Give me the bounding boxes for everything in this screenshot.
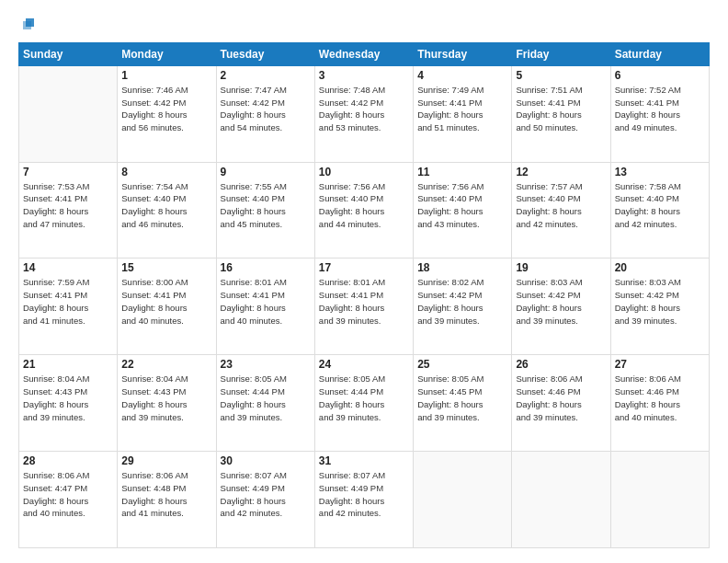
calendar-cell: 18Sunrise: 8:02 AM Sunset: 4:42 PM Dayli… xyxy=(414,259,512,355)
calendar-cell: 6Sunrise: 7:52 AM Sunset: 4:41 PM Daylig… xyxy=(610,65,709,162)
calendar-cell: 28Sunrise: 8:06 AM Sunset: 4:47 PM Dayli… xyxy=(19,452,118,548)
day-info: Sunrise: 8:01 AM Sunset: 4:41 PM Dayligh… xyxy=(319,276,409,327)
page: SundayMondayTuesdayWednesdayThursdayFrid… xyxy=(0,0,728,563)
day-info: Sunrise: 7:57 AM Sunset: 4:40 PM Dayligh… xyxy=(516,180,606,231)
calendar-table: SundayMondayTuesdayWednesdayThursdayFrid… xyxy=(18,42,710,548)
day-number: 29 xyxy=(121,454,211,467)
day-info: Sunrise: 8:03 AM Sunset: 4:42 PM Dayligh… xyxy=(615,276,705,327)
day-info: Sunrise: 8:06 AM Sunset: 4:48 PM Dayligh… xyxy=(121,469,211,520)
col-header-sunday: Sunday xyxy=(19,42,118,65)
day-number: 15 xyxy=(121,261,211,274)
day-info: Sunrise: 7:56 AM Sunset: 4:40 PM Dayligh… xyxy=(417,180,507,231)
day-info: Sunrise: 7:52 AM Sunset: 4:41 PM Dayligh… xyxy=(615,84,705,134)
day-number: 22 xyxy=(121,358,211,371)
calendar-cell: 26Sunrise: 8:06 AM Sunset: 4:46 PM Dayli… xyxy=(512,355,610,452)
day-info: Sunrise: 8:02 AM Sunset: 4:42 PM Dayligh… xyxy=(417,276,507,327)
calendar-week-4: 28Sunrise: 8:06 AM Sunset: 4:47 PM Dayli… xyxy=(19,452,710,548)
calendar-cell: 2Sunrise: 7:47 AM Sunset: 4:42 PM Daylig… xyxy=(216,65,314,162)
day-info: Sunrise: 8:06 AM Sunset: 4:46 PM Dayligh… xyxy=(615,373,705,423)
day-info: Sunrise: 7:54 AM Sunset: 4:40 PM Dayligh… xyxy=(121,180,211,231)
day-number: 4 xyxy=(417,69,507,82)
calendar-cell: 5Sunrise: 7:51 AM Sunset: 4:41 PM Daylig… xyxy=(512,65,610,162)
svg-marker-1 xyxy=(23,21,31,29)
calendar-cell: 1Sunrise: 7:46 AM Sunset: 4:42 PM Daylig… xyxy=(118,65,216,162)
calendar-cell: 12Sunrise: 7:57 AM Sunset: 4:40 PM Dayli… xyxy=(512,162,610,259)
day-info: Sunrise: 8:07 AM Sunset: 4:49 PM Dayligh… xyxy=(319,469,409,520)
calendar-cell: 23Sunrise: 8:05 AM Sunset: 4:44 PM Dayli… xyxy=(216,355,314,452)
calendar-cell xyxy=(610,452,709,548)
col-header-wednesday: Wednesday xyxy=(314,42,413,65)
day-number: 26 xyxy=(516,358,606,371)
day-number: 12 xyxy=(516,166,606,178)
day-number: 6 xyxy=(615,69,705,82)
col-header-friday: Friday xyxy=(512,42,610,65)
day-number: 18 xyxy=(417,261,507,274)
logo-icon xyxy=(20,16,37,32)
day-number: 25 xyxy=(417,358,507,371)
calendar-cell: 30Sunrise: 8:07 AM Sunset: 4:49 PM Dayli… xyxy=(216,452,314,548)
day-info: Sunrise: 8:06 AM Sunset: 4:46 PM Dayligh… xyxy=(516,373,606,423)
day-number: 8 xyxy=(121,166,211,178)
day-info: Sunrise: 7:49 AM Sunset: 4:41 PM Dayligh… xyxy=(417,84,507,134)
day-number: 2 xyxy=(221,69,311,82)
calendar-cell xyxy=(512,452,610,548)
col-header-saturday: Saturday xyxy=(610,42,709,65)
calendar-cell: 29Sunrise: 8:06 AM Sunset: 4:48 PM Dayli… xyxy=(118,452,216,548)
day-number: 23 xyxy=(221,358,311,371)
calendar-cell: 31Sunrise: 8:07 AM Sunset: 4:49 PM Dayli… xyxy=(314,452,413,548)
calendar-cell: 21Sunrise: 8:04 AM Sunset: 4:43 PM Dayli… xyxy=(19,355,118,452)
calendar-cell: 25Sunrise: 8:05 AM Sunset: 4:45 PM Dayli… xyxy=(414,355,512,452)
day-number: 24 xyxy=(319,358,409,371)
day-number: 17 xyxy=(319,261,409,274)
calendar-cell: 7Sunrise: 7:53 AM Sunset: 4:41 PM Daylig… xyxy=(19,162,118,259)
day-info: Sunrise: 8:05 AM Sunset: 4:45 PM Dayligh… xyxy=(417,373,507,423)
day-info: Sunrise: 7:59 AM Sunset: 4:41 PM Dayligh… xyxy=(23,276,113,327)
calendar-cell: 11Sunrise: 7:56 AM Sunset: 4:40 PM Dayli… xyxy=(414,162,512,259)
calendar-cell: 4Sunrise: 7:49 AM Sunset: 4:41 PM Daylig… xyxy=(414,65,512,162)
day-number: 30 xyxy=(221,454,311,467)
day-info: Sunrise: 8:01 AM Sunset: 4:41 PM Dayligh… xyxy=(221,276,311,327)
day-info: Sunrise: 8:06 AM Sunset: 4:47 PM Dayligh… xyxy=(23,469,113,520)
day-number: 9 xyxy=(221,166,311,178)
day-info: Sunrise: 7:47 AM Sunset: 4:42 PM Dayligh… xyxy=(221,84,311,134)
day-number: 5 xyxy=(516,69,606,82)
calendar-header-row: SundayMondayTuesdayWednesdayThursdayFrid… xyxy=(19,42,710,65)
day-info: Sunrise: 7:46 AM Sunset: 4:42 PM Dayligh… xyxy=(121,84,211,134)
day-info: Sunrise: 8:03 AM Sunset: 4:42 PM Dayligh… xyxy=(516,276,606,327)
day-info: Sunrise: 7:53 AM Sunset: 4:41 PM Dayligh… xyxy=(23,180,113,231)
calendar-week-0: 1Sunrise: 7:46 AM Sunset: 4:42 PM Daylig… xyxy=(19,65,710,162)
day-number: 31 xyxy=(319,454,409,467)
day-number: 16 xyxy=(221,261,311,274)
calendar-week-3: 21Sunrise: 8:04 AM Sunset: 4:43 PM Dayli… xyxy=(19,355,710,452)
calendar-cell: 20Sunrise: 8:03 AM Sunset: 4:42 PM Dayli… xyxy=(610,259,709,355)
day-info: Sunrise: 8:04 AM Sunset: 4:43 PM Dayligh… xyxy=(121,373,211,423)
day-number: 1 xyxy=(121,69,211,82)
day-info: Sunrise: 7:48 AM Sunset: 4:42 PM Dayligh… xyxy=(319,84,409,134)
day-info: Sunrise: 8:00 AM Sunset: 4:41 PM Dayligh… xyxy=(121,276,211,327)
day-number: 21 xyxy=(23,358,113,371)
col-header-tuesday: Tuesday xyxy=(216,42,314,65)
calendar-cell: 9Sunrise: 7:55 AM Sunset: 4:40 PM Daylig… xyxy=(216,162,314,259)
calendar-cell: 13Sunrise: 7:58 AM Sunset: 4:40 PM Dayli… xyxy=(610,162,709,259)
calendar-cell: 14Sunrise: 7:59 AM Sunset: 4:41 PM Dayli… xyxy=(19,259,118,355)
day-info: Sunrise: 7:58 AM Sunset: 4:40 PM Dayligh… xyxy=(615,180,705,231)
day-number: 20 xyxy=(615,261,705,274)
calendar-week-2: 14Sunrise: 7:59 AM Sunset: 4:41 PM Dayli… xyxy=(19,259,710,355)
day-info: Sunrise: 8:05 AM Sunset: 4:44 PM Dayligh… xyxy=(221,373,311,423)
calendar-cell: 16Sunrise: 8:01 AM Sunset: 4:41 PM Dayli… xyxy=(216,259,314,355)
day-info: Sunrise: 8:07 AM Sunset: 4:49 PM Dayligh… xyxy=(221,469,311,520)
logo xyxy=(18,15,40,33)
calendar-cell: 19Sunrise: 8:03 AM Sunset: 4:42 PM Dayli… xyxy=(512,259,610,355)
day-number: 28 xyxy=(23,454,113,467)
calendar-cell: 17Sunrise: 8:01 AM Sunset: 4:41 PM Dayli… xyxy=(314,259,413,355)
col-header-monday: Monday xyxy=(118,42,216,65)
col-header-thursday: Thursday xyxy=(414,42,512,65)
calendar-cell xyxy=(414,452,512,548)
calendar-cell: 24Sunrise: 8:05 AM Sunset: 4:44 PM Dayli… xyxy=(314,355,413,452)
calendar-cell: 27Sunrise: 8:06 AM Sunset: 4:46 PM Dayli… xyxy=(610,355,709,452)
day-number: 7 xyxy=(23,166,113,178)
day-number: 10 xyxy=(319,166,409,178)
calendar-cell: 3Sunrise: 7:48 AM Sunset: 4:42 PM Daylig… xyxy=(314,65,413,162)
calendar-cell: 15Sunrise: 8:00 AM Sunset: 4:41 PM Dayli… xyxy=(118,259,216,355)
day-info: Sunrise: 7:51 AM Sunset: 4:41 PM Dayligh… xyxy=(516,84,606,134)
